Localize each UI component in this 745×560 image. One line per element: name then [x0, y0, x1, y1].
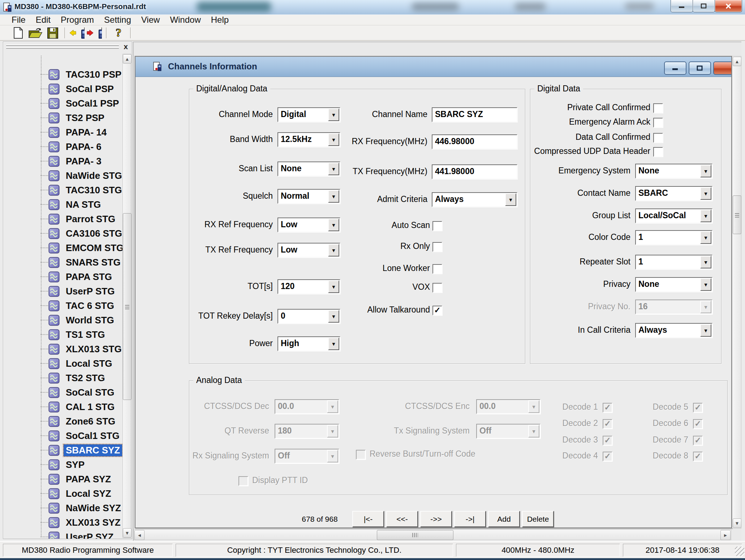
tree-item[interactable]: PAPA- 3 — [48, 154, 104, 168]
tree-item[interactable]: TAC310 PSP — [48, 67, 124, 82]
chevron-down-icon[interactable]: ▼ — [328, 190, 339, 203]
tree-scrollbar[interactable]: ▲ ▼ — [122, 54, 131, 538]
child-maximize-button[interactable] — [689, 61, 711, 75]
next-record-button[interactable]: ->> — [420, 511, 452, 527]
tree-item[interactable]: PAPA STG — [48, 270, 114, 284]
tree-item[interactable]: SYP — [48, 457, 87, 472]
rx-only-checkbox[interactable] — [432, 242, 442, 252]
tree-item[interactable]: SoCal PSP — [48, 82, 116, 96]
new-file-button[interactable] — [9, 26, 27, 40]
scan-list-combo[interactable]: None▼ — [277, 161, 340, 176]
channels-window-title-bar[interactable]: Channels Information — [135, 57, 731, 77]
scrollbar-thumb[interactable] — [123, 213, 132, 400]
tree-item[interactable]: PAPA SYZ — [48, 472, 113, 486]
tree-item[interactable]: TAC310 STG — [48, 183, 124, 197]
menu-edit[interactable]: Edit — [31, 15, 56, 25]
chevron-down-icon[interactable]: ▼ — [700, 256, 711, 268]
data-call-confirmed-checkbox[interactable] — [653, 133, 663, 143]
menu-view[interactable]: View — [136, 15, 165, 25]
tree-item[interactable]: XLX013 STG — [48, 342, 124, 356]
panel-gripper[interactable] — [6, 44, 119, 46]
group-list-combo[interactable]: Local/SoCal▼ — [635, 208, 712, 223]
admit-criteria-combo[interactable]: Always▼ — [432, 192, 517, 207]
tree-item[interactable]: TS2 STG — [48, 371, 107, 385]
tree-item[interactable]: SoCal STG — [48, 385, 116, 400]
channel-name-input[interactable]: SBARC SYZ — [432, 107, 517, 122]
tree-item[interactable]: CA3106 STG — [48, 226, 124, 241]
tree-item-selected[interactable]: SBARC SYZ — [48, 443, 122, 457]
tree-item[interactable]: UserP STG — [48, 284, 117, 298]
emergency-alarm-ack-checkbox[interactable] — [653, 118, 663, 128]
menu-window[interactable]: Window — [165, 15, 206, 25]
panel-close-icon[interactable]: x — [122, 42, 130, 51]
resize-grip[interactable] — [735, 547, 744, 556]
tree-item[interactable]: SoCal1 STG — [48, 428, 122, 443]
chevron-down-icon[interactable]: ▼ — [328, 337, 339, 350]
tree-item[interactable]: NaWide SYZ — [48, 501, 123, 515]
maximize-button[interactable] — [693, 0, 715, 12]
squelch-combo[interactable]: Normal▼ — [277, 189, 340, 204]
save-file-button[interactable] — [44, 26, 61, 40]
private-call-confirmed-checkbox[interactable] — [653, 103, 663, 113]
tree-item[interactable]: EMCOM STG — [48, 241, 126, 255]
scroll-right-button[interactable]: ► — [720, 530, 731, 540]
vox-checkbox[interactable] — [432, 283, 442, 293]
menu-help[interactable]: Help — [206, 15, 234, 25]
repeater-slot-combo[interactable]: 1▼ — [635, 255, 712, 270]
help-button[interactable]: ? — [110, 26, 127, 40]
allow-talkaround-checkbox[interactable] — [432, 306, 442, 315]
mdi-horizontal-scrollbar[interactable]: ◄ ► — [134, 529, 731, 540]
tree-item[interactable]: NA STG — [48, 197, 103, 212]
menu-setting[interactable]: Setting — [99, 15, 136, 25]
child-close-button[interactable] — [713, 61, 731, 75]
tree-item[interactable]: NaWide STG — [48, 168, 124, 183]
scroll-up-button[interactable]: ▲ — [123, 54, 132, 64]
tree-item[interactable]: World STG — [48, 313, 116, 327]
menu-program[interactable]: Program — [56, 15, 99, 25]
scrollbar-thumb[interactable] — [733, 195, 741, 234]
chevron-down-icon[interactable]: ▼ — [328, 133, 339, 146]
chevron-down-icon[interactable]: ▼ — [700, 187, 711, 200]
add-channel-button[interactable]: Add — [488, 511, 520, 527]
privacy-combo[interactable]: None▼ — [635, 277, 712, 292]
mdi-vertical-scrollbar[interactable]: ▲ ▼ — [732, 56, 741, 529]
last-record-button[interactable]: ->| — [454, 511, 486, 527]
panel-gripper[interactable] — [6, 47, 119, 49]
tree-item[interactable]: Local SYZ — [48, 486, 113, 501]
lone-worker-checkbox[interactable] — [432, 264, 442, 274]
tx-frequency-input[interactable]: 441.98000 — [432, 164, 517, 179]
tree-item[interactable]: UserP SYZ — [48, 530, 116, 539]
auto-scan-checkbox[interactable] — [432, 221, 442, 231]
tree-item[interactable]: CAL 1 STG — [48, 400, 117, 414]
menu-file[interactable]: File — [7, 15, 31, 25]
tree-item[interactable]: XLX013 SYZ — [48, 515, 123, 530]
in-call-criteria-combo[interactable]: Always▼ — [635, 323, 712, 338]
tree-item[interactable]: PAPA- 6 — [48, 139, 104, 154]
child-minimize-button[interactable] — [664, 61, 686, 75]
first-record-button[interactable]: |<- — [352, 511, 384, 527]
chevron-down-icon[interactable]: ▼ — [700, 210, 711, 222]
band-width-combo[interactable]: 12.5kHz▼ — [277, 132, 340, 147]
minimize-button[interactable] — [671, 0, 693, 12]
read-from-radio-button[interactable] — [68, 26, 86, 40]
channel-mode-combo[interactable]: Digital▼ — [277, 107, 340, 122]
power-combo[interactable]: High▼ — [277, 336, 340, 351]
scroll-down-button[interactable]: ▼ — [123, 528, 132, 538]
chevron-down-icon[interactable]: ▼ — [328, 108, 339, 121]
chevron-down-icon[interactable]: ▼ — [700, 231, 711, 244]
scrollbar-thumb[interactable] — [377, 530, 453, 540]
scroll-down-button[interactable]: ▼ — [733, 518, 741, 528]
chevron-down-icon[interactable]: ▼ — [700, 278, 711, 291]
chevron-down-icon[interactable]: ▼ — [505, 193, 516, 206]
chevron-down-icon[interactable]: ▼ — [700, 165, 711, 177]
tree-item[interactable]: Zone6 STG — [48, 414, 117, 428]
chevron-down-icon[interactable]: ▼ — [328, 163, 339, 175]
tree-item[interactable]: TS2 PSP — [48, 111, 107, 125]
write-to-radio-button[interactable] — [86, 26, 103, 40]
tree-item[interactable]: Local STG — [48, 356, 115, 371]
compressed-udp-checkbox[interactable] — [653, 147, 663, 157]
delete-channel-button[interactable]: Delete — [522, 511, 554, 527]
scroll-left-button[interactable]: ◄ — [134, 530, 145, 540]
window-title-bar[interactable]: MD380 - MD380-K6BPM-Personal.rdt — [0, 0, 745, 14]
contact-name-combo[interactable]: SBARC▼ — [635, 186, 712, 201]
